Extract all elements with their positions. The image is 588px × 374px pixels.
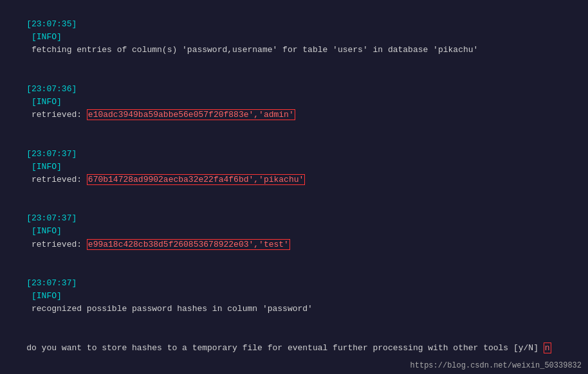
log-line-5: [23:07:37] [INFO] recognized possible pa… — [6, 264, 582, 329]
log-line-3: [23:07:37] [INFO] retrieved: 670b14728ad… — [6, 134, 582, 199]
url-watermark: https://blog.csdn.net/weixin_50339832 — [410, 361, 582, 370]
log-line-2: [23:07:36] [INFO] retrieved: e10adc3949b… — [6, 70, 582, 135]
terminal: [23:07:35] [INFO] fetching entries of co… — [0, 0, 588, 374]
log-line-4: [23:07:37] [INFO] retrieved: e99a18c428c… — [6, 199, 582, 264]
log-line-1: [23:07:35] [INFO] fetching entries of co… — [6, 5, 582, 70]
